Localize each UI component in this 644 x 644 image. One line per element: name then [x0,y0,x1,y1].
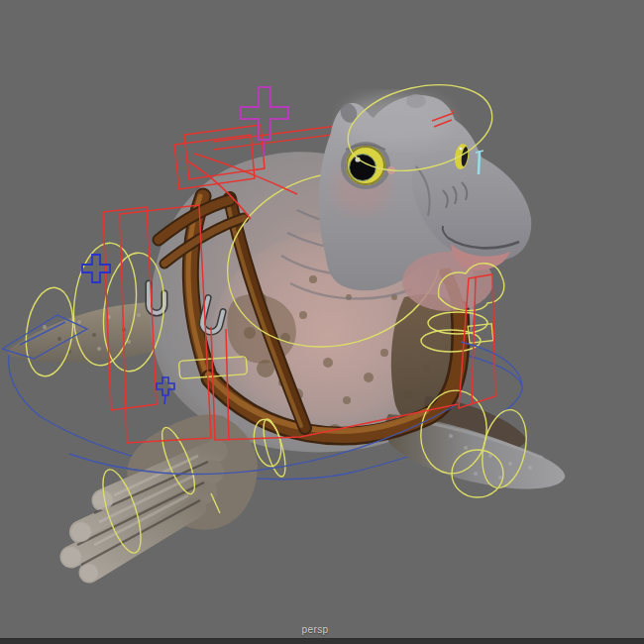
viewport-canvas[interactable] [0,0,644,644]
view-gate-bar [0,638,644,644]
left-eye[interactable] [341,142,390,189]
camera-label: persp [0,624,637,635]
maya-viewport[interactable]: persp [0,0,644,644]
